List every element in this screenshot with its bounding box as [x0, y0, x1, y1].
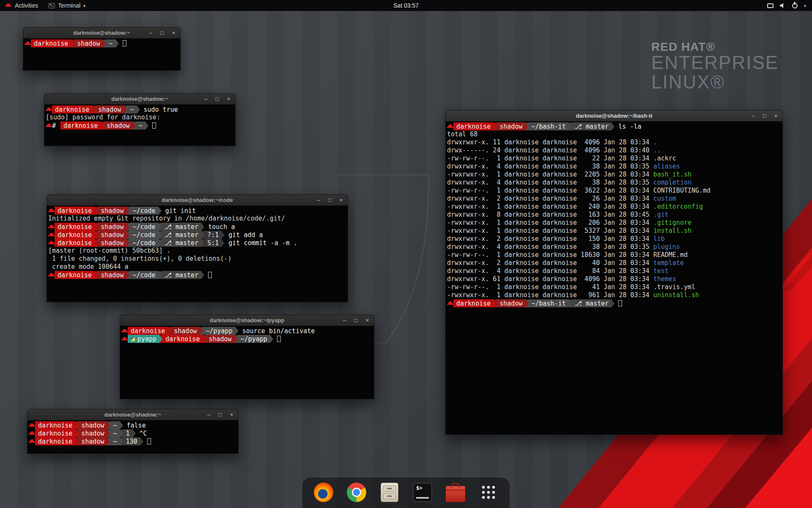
terminal-output-line: drwxrwxr-x. 8 darknoise darknoise 163 Ja… — [447, 211, 782, 219]
minimize-button[interactable]: – — [341, 317, 348, 323]
close-button[interactable]: × — [773, 113, 779, 119]
prompt-segment-user: darknoise — [55, 231, 95, 239]
maximize-button[interactable]: □ — [761, 113, 768, 119]
app-menu-terminal[interactable]: Terminal ▾ — [43, 0, 91, 11]
window-titlebar[interactable]: darknoise@shadow:~/pyapp – □ × — [120, 315, 374, 326]
powerline-arrow — [159, 223, 162, 231]
terminal-content[interactable]: darknoiseshadow~ falsedarknoiseshadow~1 … — [27, 420, 238, 453]
minimize-button[interactable]: – — [315, 197, 321, 203]
firefox-icon[interactable] — [313, 482, 334, 502]
minimize-button[interactable]: – — [750, 113, 756, 119]
powerline-arrow — [159, 271, 162, 279]
prompt-segment-host: shadow — [104, 121, 132, 130]
close-button[interactable]: × — [228, 411, 235, 418]
window-titlebar[interactable]: darknoise@shadow:~/code – □ × — [47, 195, 348, 206]
window-titlebar[interactable]: darknoise@shadow:~ – □ × — [27, 409, 238, 420]
redhat-icon — [48, 207, 55, 215]
terminal-content[interactable]: darknoiseshadow~ sudo true[sudo] passwor… — [44, 105, 235, 146]
prompt-segment-host: shadow — [95, 105, 124, 113]
close-button[interactable]: × — [338, 197, 344, 203]
maximize-button[interactable]: □ — [217, 411, 223, 418]
file-name: aliases — [653, 163, 680, 170]
powerline-arrow — [569, 300, 572, 307]
maximize-button[interactable]: □ — [159, 30, 165, 36]
segment-text: darknoise — [58, 231, 92, 239]
terminal-output-line: 1 file changed, 0 insertions(+), 0 delet… — [48, 255, 348, 263]
ls-columns: drwxrwxr-x. 2 darknoise darknoise 40 Jan… — [447, 259, 653, 267]
window-titlebar[interactable]: darknoise@shadow:~/bash-it – □ × — [446, 110, 782, 121]
window-title: darknoise@shadow:~ — [73, 30, 130, 36]
powerline-arrow — [525, 123, 528, 130]
power-icon — [792, 3, 798, 8]
system-status-area[interactable]: ▾ — [767, 0, 812, 11]
window-titlebar[interactable]: darknoise@shadow:~ – □ × — [23, 28, 180, 39]
terminal-output-line: Initialized empty Git repository in /hom… — [48, 215, 348, 223]
redhat-icon — [48, 239, 55, 247]
powerline-arrow — [159, 239, 162, 247]
close-button[interactable]: × — [170, 30, 177, 36]
terminal-app-icon — [48, 3, 55, 8]
redhat-logo-icon — [5, 2, 12, 9]
segment-text: shadow — [101, 231, 123, 239]
powerline-arrow — [126, 231, 129, 239]
window-titlebar[interactable]: darknoise@shadow:~ – □ × — [44, 94, 235, 105]
root-prompt-symbol: # — [52, 122, 60, 130]
terminal-output-line: drwx------. 24 darknoise darknoise 4096 … — [447, 146, 782, 155]
prompt-segment-gitstat: S:1 — [204, 239, 222, 247]
prompt-segment-venv: pyapp — [128, 335, 159, 343]
toolbox-icon[interactable] — [445, 482, 466, 502]
minimize-button[interactable]: – — [148, 30, 154, 36]
prompt-segment-path: ~/code — [129, 207, 158, 215]
prompt-segment-user: darknoise — [55, 271, 95, 279]
segment-text: ~/bash-it — [531, 300, 565, 307]
maximize-button[interactable]: □ — [353, 317, 359, 323]
terminal-prompt-line: darknoiseshadow~/code⎇ master touch a — [48, 223, 348, 231]
powerline-arrow — [201, 223, 204, 231]
rhel-wordmark: RED HAT® ENTERPRISE LINUX® — [651, 41, 779, 92]
terminal-output-line: drwxrwxr-x. 4 darknoise darknoise 38 Jan… — [447, 243, 782, 251]
activities-button[interactable]: Activities — [0, 0, 43, 11]
file-name: bash_it.sh — [653, 171, 691, 178]
close-button[interactable]: × — [225, 96, 232, 102]
close-button[interactable]: × — [364, 317, 370, 323]
clock[interactable]: Sat 03:57 — [393, 2, 419, 9]
terminal-icon[interactable] — [412, 482, 433, 502]
maximize-button[interactable]: □ — [326, 197, 333, 203]
prompt-segment-git: ⎇ master — [162, 239, 202, 247]
terminal-cursor — [123, 40, 126, 47]
segment-text: darknoise — [165, 335, 200, 343]
terminal-cursor — [618, 300, 622, 306]
segment-text: shadow — [174, 327, 197, 335]
powerline-arrow — [95, 207, 98, 215]
redhat-icon — [121, 335, 128, 343]
terminal-content[interactable]: darknoiseshadow~ — [23, 39, 180, 70]
prompt-segment-path: ~ — [127, 105, 137, 113]
terminal-output-line: drwxrwxr-x. 4 darknoise darknoise 38 Jan… — [447, 163, 782, 171]
powerline-arrow — [612, 300, 614, 307]
minimize-button[interactable]: – — [206, 411, 212, 418]
command-text: git commit -a -m . — [225, 239, 297, 247]
rhel-wordmark-line1: RED HAT® — [651, 41, 779, 53]
ls-columns: -rwxrwxr-x. 1 darknoise darknoise 5327 J… — [447, 227, 653, 235]
app-grid-icon[interactable] — [478, 482, 499, 502]
prompt-segment-host: shadow — [98, 207, 126, 215]
segment-text: ~ — [113, 422, 117, 429]
files-icon[interactable] — [379, 482, 400, 502]
prompt-segment-user: darknoise — [453, 299, 494, 307]
maximize-button[interactable]: □ — [214, 96, 220, 102]
python-icon — [131, 337, 135, 341]
command-text: git add a — [225, 231, 263, 239]
file-name: themes — [653, 275, 676, 283]
terminal-content[interactable]: darknoiseshadow~/code git initInitialize… — [47, 206, 348, 302]
segment-text: shadow — [98, 106, 121, 113]
chrome-icon[interactable] — [346, 482, 367, 502]
terminal-content[interactable]: darknoiseshadow~/bash-it⎇ master ls -lat… — [446, 121, 782, 434]
gnome-top-bar: Activities Terminal ▾ Sat 03:57 ▾ — [0, 0, 812, 11]
terminal-content[interactable]: darknoiseshadow~/pyapp source bin/activa… — [120, 326, 374, 399]
terminal-prompt-line: darknoiseshadow~/code⎇ masterS:1 git com… — [48, 239, 348, 247]
segment-text: shadow — [499, 300, 522, 307]
terminal-output-line: -rwxrwxr-x. 1 darknoise darknoise 206 Ja… — [447, 219, 782, 227]
minimize-button[interactable]: – — [203, 96, 209, 102]
redhat-icon — [29, 437, 35, 445]
prompt-segment-user: darknoise — [162, 335, 203, 343]
